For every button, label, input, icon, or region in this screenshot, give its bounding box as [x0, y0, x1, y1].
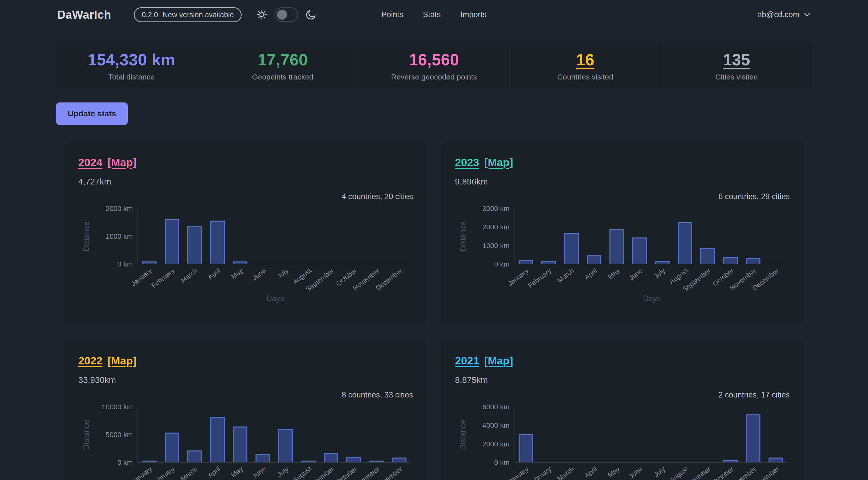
- bar-september: [700, 248, 715, 264]
- y-tick-label: 3000 km: [483, 205, 509, 213]
- x-axis-title: Days: [455, 294, 790, 304]
- year-link[interactable]: 2022: [78, 354, 102, 367]
- bar-february: [165, 433, 179, 462]
- map-link[interactable]: [Map]: [107, 156, 136, 169]
- y-tick-label: 1000 km: [483, 242, 509, 250]
- y-tick-label: 0 km: [494, 458, 509, 467]
- map-link[interactable]: [Map]: [484, 156, 513, 169]
- user-menu[interactable]: ab@cd.com: [757, 10, 811, 19]
- map-link[interactable]: [Map]: [107, 354, 136, 367]
- x-tick-label: July: [276, 465, 290, 479]
- year-total-distance: 9,896km: [455, 177, 790, 187]
- stat-cities-visited: 135 Cities visited: [661, 42, 812, 89]
- x-tick-label: July: [652, 465, 667, 479]
- stat-label: Reverse geocoded points: [391, 73, 477, 81]
- moon-icon: [305, 9, 317, 21]
- stat-label: Total distance: [108, 73, 155, 81]
- plot-area: [137, 407, 410, 462]
- cities-visited-link[interactable]: 135: [723, 51, 750, 69]
- map-link[interactable]: [Map]: [484, 354, 513, 367]
- bar-january: [519, 260, 533, 264]
- toggle-knob: [277, 9, 287, 20]
- year-link[interactable]: 2023: [455, 156, 479, 169]
- x-tick-label: July: [276, 267, 290, 280]
- x-tick-label: April: [206, 465, 222, 480]
- countries-visited-link[interactable]: 16: [576, 51, 594, 69]
- top-navbar: DaWarIch 0.2.0 New version available: [0, 0, 868, 29]
- bar-september: [324, 453, 338, 462]
- y-axis-title: Distance: [78, 209, 94, 264]
- x-tick-label: June: [251, 465, 267, 480]
- x-tick-label: January: [129, 465, 154, 480]
- bar-november: [369, 460, 384, 462]
- x-tick-label: May: [607, 465, 621, 479]
- y-tick-label: 2000 km: [106, 205, 133, 213]
- stat-value: 16,560: [409, 51, 459, 69]
- year-link[interactable]: 2021: [455, 354, 479, 367]
- main-nav: Points Stats Imports: [381, 10, 487, 19]
- new-version-text: New version available: [163, 10, 234, 19]
- x-tick-label: April: [583, 267, 599, 281]
- x-axis-tick-labels: JanuaryFebruaryMarchAprilMayJuneJulyAugu…: [455, 264, 787, 294]
- bar-december: [392, 457, 406, 462]
- y-axis-tick-labels: 6000 km4000 km2000 km0 km: [471, 407, 514, 462]
- bar-may: [610, 229, 624, 264]
- x-tick-label: January: [129, 267, 154, 288]
- year-card-2023: 2023 [Map] 9,896km 6 countries, 29 citie…: [441, 141, 804, 324]
- version-badge[interactable]: 0.2.0 New version available: [134, 7, 242, 22]
- update-stats-button[interactable]: Update stats: [56, 102, 128, 125]
- y-axis-title: Distance: [455, 407, 471, 462]
- nav-stats[interactable]: Stats: [423, 10, 441, 19]
- bar-october: [346, 457, 361, 462]
- y-axis-title: Distance: [78, 407, 94, 462]
- theme-toggle[interactable]: [274, 7, 298, 22]
- stat-label: Cities visited: [715, 73, 758, 81]
- plot-area: [514, 209, 787, 264]
- x-tick-label: April: [583, 465, 599, 480]
- stat-value: 154,330 km: [88, 51, 175, 69]
- x-tick-label: June: [628, 465, 644, 480]
- monthly-distance-chart: Distance3000 km2000 km1000 km0 kmJanuary…: [455, 209, 790, 304]
- y-tick-label: 10000 km: [102, 403, 133, 411]
- y-axis-tick-labels: 2000 km1000 km0 km: [94, 209, 137, 264]
- countries-cities-summary: 2 countries, 17 cities: [718, 390, 790, 399]
- x-axis-title: Days: [78, 294, 413, 304]
- bar-november: [746, 258, 761, 264]
- app-logo: DaWarIch: [57, 8, 111, 22]
- bar-may: [233, 426, 247, 462]
- bar-june: [255, 454, 270, 462]
- stat-label: Geopoints tracked: [252, 73, 313, 81]
- version-number: 0.2.0: [142, 10, 158, 19]
- countries-cities-summary: 6 countries, 29 cities: [718, 192, 790, 201]
- theme-switcher: [256, 7, 317, 22]
- x-tick-label: May: [607, 267, 621, 281]
- stat-countries-visited: 16 Countries visited: [509, 42, 661, 89]
- bar-march: [187, 450, 202, 462]
- plot-area: [137, 209, 410, 264]
- bar-december: [769, 457, 783, 462]
- y-tick-label: 0 km: [494, 260, 509, 268]
- stat-total-distance: 154,330 km Total distance: [56, 42, 207, 89]
- year-total-distance: 33,930km: [78, 375, 413, 385]
- bar-october: [723, 460, 738, 462]
- bar-march: [564, 233, 579, 264]
- monthly-distance-chart: Distance10000 km5000 km0 kmJanuaryFebrua…: [78, 407, 413, 480]
- bar-january: [142, 261, 157, 264]
- bar-march: [187, 226, 202, 264]
- y-axis-tick-labels: 10000 km5000 km0 km: [94, 407, 137, 462]
- year-card-2021: 2021 [Map] 8,875km 2 countries, 17 citie…: [441, 340, 804, 480]
- bar-february: [165, 219, 179, 264]
- bar-november: [746, 414, 761, 462]
- year-link[interactable]: 2024: [78, 156, 102, 169]
- x-tick-label: June: [251, 267, 267, 282]
- monthly-distance-chart: Distance6000 km4000 km2000 km0 kmJanuary…: [455, 407, 790, 480]
- x-tick-label: July: [652, 267, 667, 280]
- bar-january: [519, 434, 533, 462]
- y-tick-label: 6000 km: [483, 403, 509, 411]
- bar-may: [233, 261, 247, 264]
- nav-points[interactable]: Points: [381, 10, 403, 19]
- x-axis-tick-labels: JanuaryFebruaryMarchAprilMayJuneJulyAugu…: [78, 264, 410, 294]
- y-axis-tick-labels: 3000 km2000 km1000 km0 km: [471, 209, 514, 264]
- y-tick-label: 1000 km: [106, 232, 133, 241]
- nav-imports[interactable]: Imports: [461, 10, 487, 19]
